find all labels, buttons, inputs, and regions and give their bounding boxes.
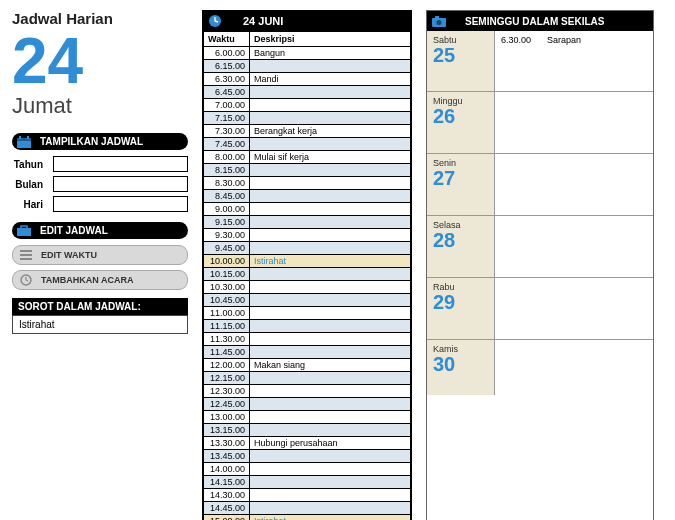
week-row[interactable]: Senin27 bbox=[427, 153, 653, 215]
week-row[interactable]: Sabtu256.30.00Sarapan bbox=[427, 31, 653, 91]
current-day-name: Jumat bbox=[12, 93, 188, 119]
week-event: 6.30.00Sarapan bbox=[501, 35, 647, 45]
desc-cell bbox=[250, 307, 411, 320]
table-row[interactable]: 15.00.00Istirahat bbox=[204, 515, 411, 521]
desc-cell bbox=[250, 112, 411, 125]
table-row[interactable]: 8.00.00Mulai sif kerja bbox=[204, 151, 411, 164]
table-row[interactable]: 7.30.00Berangkat kerja bbox=[204, 125, 411, 138]
table-row[interactable]: 8.30.00 bbox=[204, 177, 411, 190]
table-row[interactable]: 14.15.00 bbox=[204, 476, 411, 489]
year-label: Tahun bbox=[12, 159, 43, 170]
month-row: Bulan bbox=[12, 176, 188, 192]
table-row[interactable]: 11.15.00 bbox=[204, 320, 411, 333]
desc-cell: Istirahat bbox=[250, 255, 411, 268]
table-row[interactable]: 7.00.00 bbox=[204, 99, 411, 112]
table-row[interactable]: 10.30.00 bbox=[204, 281, 411, 294]
schedule-date-title: 24 JUNI bbox=[243, 15, 283, 27]
week-events bbox=[495, 154, 653, 215]
time-cell: 9.15.00 bbox=[204, 216, 250, 229]
schedule-header: 24 JUNI bbox=[203, 11, 411, 31]
desc-cell bbox=[250, 177, 411, 190]
week-events bbox=[495, 278, 653, 339]
table-row[interactable]: 13.45.00 bbox=[204, 450, 411, 463]
week-events: 6.30.00Sarapan bbox=[495, 31, 653, 91]
week-events bbox=[495, 92, 653, 153]
table-row[interactable]: 10.00.00Istirahat bbox=[204, 255, 411, 268]
add-event-button[interactable]: TAMBAHKAN ACARA bbox=[12, 270, 188, 290]
table-row[interactable]: 9.15.00 bbox=[204, 216, 411, 229]
table-row[interactable]: 6.45.00 bbox=[204, 86, 411, 99]
calendar-icon bbox=[14, 134, 34, 150]
desc-cell bbox=[250, 333, 411, 346]
desc-cell: Hubungi perusahaan bbox=[250, 437, 411, 450]
table-row[interactable]: 6.30.00Mandi bbox=[204, 73, 411, 86]
table-row[interactable]: 9.45.00 bbox=[204, 242, 411, 255]
table-row[interactable]: 14.30.00 bbox=[204, 489, 411, 502]
table-row[interactable]: 8.15.00 bbox=[204, 164, 411, 177]
time-cell: 8.30.00 bbox=[204, 177, 250, 190]
desc-cell bbox=[250, 190, 411, 203]
day-input[interactable] bbox=[53, 196, 188, 212]
time-cell: 9.45.00 bbox=[204, 242, 250, 255]
table-row[interactable]: 7.15.00 bbox=[204, 112, 411, 125]
week-title: SEMINGGU DALAM SEKILAS bbox=[465, 16, 604, 27]
time-cell: 12.15.00 bbox=[204, 372, 250, 385]
table-row[interactable]: 12.45.00 bbox=[204, 398, 411, 411]
week-events bbox=[495, 216, 653, 277]
table-row[interactable]: 13.15.00 bbox=[204, 424, 411, 437]
week-row[interactable]: Kamis30 bbox=[427, 339, 653, 395]
week-row[interactable]: Minggu26 bbox=[427, 91, 653, 153]
desc-cell bbox=[250, 320, 411, 333]
svg-rect-3 bbox=[27, 136, 29, 139]
svg-rect-13 bbox=[435, 16, 439, 19]
table-row[interactable]: 13.30.00Hubungi perusahaan bbox=[204, 437, 411, 450]
time-cell: 7.00.00 bbox=[204, 99, 250, 112]
table-row[interactable]: 10.15.00 bbox=[204, 268, 411, 281]
time-cell: 13.00.00 bbox=[204, 411, 250, 424]
table-row[interactable]: 14.00.00 bbox=[204, 463, 411, 476]
table-row[interactable]: 7.45.00 bbox=[204, 138, 411, 151]
highlight-value[interactable]: Istirahat bbox=[12, 315, 188, 334]
desc-cell: Istirahat bbox=[250, 515, 411, 521]
week-row[interactable]: Rabu29 bbox=[427, 277, 653, 339]
table-row[interactable]: 14.45.00 bbox=[204, 502, 411, 515]
desc-cell bbox=[250, 463, 411, 476]
table-row[interactable]: 10.45.00 bbox=[204, 294, 411, 307]
time-cell: 12.30.00 bbox=[204, 385, 250, 398]
month-label: Bulan bbox=[12, 179, 43, 190]
table-row[interactable]: 8.45.00 bbox=[204, 190, 411, 203]
week-day-number: 28 bbox=[433, 230, 488, 250]
table-row[interactable]: 11.45.00 bbox=[204, 346, 411, 359]
edit-time-button[interactable]: EDIT WAKTU bbox=[12, 245, 188, 265]
table-row[interactable]: 11.30.00 bbox=[204, 333, 411, 346]
week-row[interactable]: Selasa28 bbox=[427, 215, 653, 277]
time-cell: 13.30.00 bbox=[204, 437, 250, 450]
week-day-number: 25 bbox=[433, 45, 488, 65]
desc-cell bbox=[250, 216, 411, 229]
desc-cell bbox=[250, 268, 411, 281]
table-row[interactable]: 13.00.00 bbox=[204, 411, 411, 424]
week-day-number: 27 bbox=[433, 168, 488, 188]
table-row[interactable]: 9.30.00 bbox=[204, 229, 411, 242]
desc-cell bbox=[250, 502, 411, 515]
table-row[interactable]: 12.30.00 bbox=[204, 385, 411, 398]
briefcase-icon bbox=[14, 223, 34, 239]
week-day-number: 26 bbox=[433, 106, 488, 126]
list-icon bbox=[19, 248, 33, 262]
time-cell: 7.15.00 bbox=[204, 112, 250, 125]
table-row[interactable]: 12.00.00Makan siang bbox=[204, 359, 411, 372]
desc-cell bbox=[250, 411, 411, 424]
table-row[interactable]: 6.00.00Bangun bbox=[204, 47, 411, 60]
time-cell: 14.00.00 bbox=[204, 463, 250, 476]
table-row[interactable]: 6.15.00 bbox=[204, 60, 411, 73]
table-row[interactable]: 11.00.00 bbox=[204, 307, 411, 320]
table-row[interactable]: 12.15.00 bbox=[204, 372, 411, 385]
clock-header-icon bbox=[207, 13, 223, 29]
time-cell: 14.30.00 bbox=[204, 489, 250, 502]
month-input[interactable] bbox=[53, 176, 188, 192]
year-input[interactable] bbox=[53, 156, 188, 172]
col-desc: Deskripsi bbox=[250, 32, 411, 47]
desc-cell bbox=[250, 60, 411, 73]
table-row[interactable]: 9.00.00 bbox=[204, 203, 411, 216]
svg-rect-6 bbox=[20, 250, 32, 252]
